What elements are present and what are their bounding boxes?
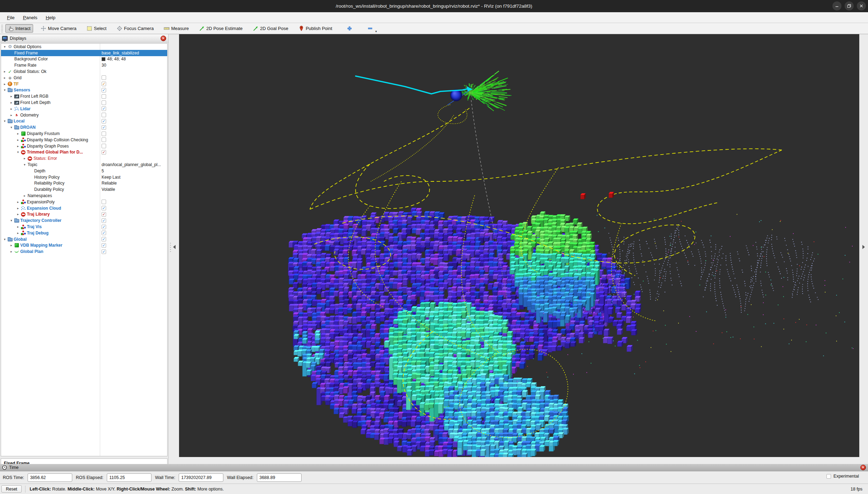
expand-arrow-icon[interactable]: ▾ [22, 163, 27, 166]
ros-time-input[interactable] [28, 473, 72, 482]
tool-2d-pose-estimate[interactable]: 2D Pose Estimate [196, 24, 245, 33]
collapse-arrow-icon[interactable]: ▸ [16, 212, 20, 216]
property-value[interactable]: Volatile [102, 187, 115, 192]
collapse-arrow-icon[interactable]: ▸ [9, 250, 14, 253]
enabled-checkbox[interactable] [102, 94, 106, 99]
collapse-arrow-icon[interactable]: ▸ [16, 207, 20, 210]
menu-item-file[interactable]: File [3, 14, 18, 22]
tool-interact[interactable]: Interact [5, 24, 33, 33]
display-row-tf[interactable]: ▸!TF✓ [1, 81, 167, 87]
wall-elapsed-input[interactable] [257, 473, 302, 482]
time-close-icon[interactable]: ✕ [860, 465, 866, 470]
tool-focus-camera[interactable]: Focus Camera [114, 24, 156, 33]
property-value[interactable]: base_link_stabilized [102, 51, 139, 55]
enabled-checkbox[interactable] [102, 75, 106, 80]
collapse-arrow-icon[interactable]: ▸ [9, 113, 14, 117]
tool-2d-goal-pose[interactable]: 2D Goal Pose [250, 24, 291, 33]
expand-arrow-icon[interactable]: ▾ [2, 88, 7, 92]
property-value[interactable]: 48; 48; 48 [107, 57, 126, 61]
collapse-arrow-icon[interactable]: ▸ [9, 95, 14, 98]
enabled-checkbox[interactable]: ✓ [102, 249, 106, 254]
property-value[interactable]: 5 [102, 169, 104, 173]
collapse-arrow-icon[interactable]: ▸ [22, 194, 27, 197]
display-row-front-left-depth[interactable]: ▸Front Left Depth [1, 99, 167, 106]
expand-arrow-icon[interactable]: ▾ [2, 119, 7, 123]
tool-select[interactable]: Select [84, 24, 109, 33]
collapse-arrow-icon[interactable]: ▸ [16, 144, 20, 148]
time-panel-header[interactable]: Time ✕ [0, 464, 868, 471]
display-row-traj-library[interactable]: ▸Traj Library✓ [1, 211, 167, 218]
enabled-checkbox[interactable]: ✓ [102, 212, 106, 217]
expand-arrow-icon[interactable]: ▾ [2, 238, 7, 241]
display-row-traj-debug[interactable]: ▸Traj Debug✓ [1, 230, 167, 236]
collapse-arrow-icon[interactable]: ▸ [9, 107, 14, 111]
displays-panel-header[interactable]: Displays ✕ [0, 34, 168, 43]
collapse-arrow-icon[interactable]: ▸ [16, 225, 20, 229]
display-row-vdb-mapping-marker[interactable]: ▸VDB Mapping Marker✓ [1, 242, 167, 249]
experimental-checkbox[interactable] [826, 474, 831, 479]
splitter-handle[interactable] [170, 242, 171, 253]
enabled-checkbox[interactable]: ✓ [102, 218, 106, 223]
display-row-status-error[interactable]: ▸Status: Error [1, 155, 167, 162]
display-row-trajectory-controller[interactable]: ▾Trajectory Controller✓ [1, 217, 167, 224]
display-row-expansion-cloud[interactable]: ▸Expansion Cloud✓ [1, 205, 167, 211]
display-row-reliability-policy[interactable]: Reliability PolicyReliable [1, 180, 167, 187]
displays-close-icon[interactable]: ✕ [161, 36, 166, 41]
enabled-checkbox[interactable] [102, 113, 106, 117]
display-row-global-options[interactable]: ▾⚙Global Options [1, 44, 167, 50]
display-row-depth[interactable]: Depth5 [1, 168, 167, 174]
display-row-odometry[interactable]: ▸∧Odometry [1, 112, 167, 118]
enabled-checkbox[interactable]: ✓ [102, 225, 106, 229]
enabled-checkbox[interactable]: ✓ [102, 150, 106, 155]
right-splitter[interactable] [859, 34, 868, 464]
display-row-global-status-ok[interactable]: ▸✓Global Status: Ok [1, 68, 167, 75]
close-window-button[interactable] [857, 1, 866, 10]
collapse-arrow-icon[interactable]: ▸ [16, 231, 20, 235]
display-row-sensors[interactable]: ▾Sensors✓ [1, 87, 167, 93]
property-value[interactable]: 30 [102, 63, 106, 68]
property-value[interactable]: Reliable [102, 181, 117, 186]
enabled-checkbox[interactable]: ✓ [102, 231, 106, 235]
enabled-checkbox[interactable]: ✓ [102, 125, 106, 130]
color-swatch[interactable] [102, 57, 105, 61]
display-row-namespaces[interactable]: ▸Namespaces [1, 193, 167, 199]
enabled-checkbox[interactable] [102, 100, 106, 105]
enabled-checkbox[interactable] [102, 200, 106, 204]
display-row-global[interactable]: ▾Global✓ [1, 236, 167, 242]
collapse-arrow-icon[interactable]: ▸ [16, 138, 20, 142]
display-row-disparity-map-collision-checking[interactable]: ▸Disparity Map Collision Checking [1, 137, 167, 143]
ros-elapsed-input[interactable] [107, 473, 151, 482]
render-canvas[interactable] [179, 34, 859, 457]
display-row-disparity-frustum[interactable]: ▸Disparity Frustum [1, 130, 167, 137]
enabled-checkbox[interactable]: ✓ [102, 119, 106, 123]
display-row-global-plan[interactable]: ▸Global Plan✓ [1, 248, 167, 255]
enabled-checkbox[interactable]: ✓ [102, 106, 106, 111]
menu-item-help[interactable]: Help [42, 14, 59, 22]
display-row-frame-rate[interactable]: Frame Rate30 [1, 62, 167, 68]
display-row-topic[interactable]: ▾Topicdroan/local_planner_global_pl... [1, 162, 167, 168]
restore-button[interactable] [845, 1, 854, 10]
display-row-grid[interactable]: ▸◈Grid [1, 75, 167, 81]
collapse-arrow-icon[interactable]: ▸ [2, 76, 7, 80]
reset-button[interactable]: Reset [1, 485, 22, 493]
collapse-arrow-icon[interactable]: ▸ [22, 157, 27, 160]
display-row-traj-vis[interactable]: ▸Traj Vis✓ [1, 224, 167, 230]
display-row-disparity-graph-poses[interactable]: ▸Disparity Graph Poses [1, 143, 167, 149]
tool-move-camera[interactable]: Move Camera [38, 24, 79, 33]
enabled-checkbox[interactable] [102, 137, 106, 142]
property-value[interactable]: droan/local_planner_global_pl... [102, 162, 161, 167]
collapse-left-icon[interactable] [173, 245, 176, 249]
display-row-durability-policy[interactable]: Durability PolicyVolatile [1, 186, 167, 193]
enabled-checkbox[interactable]: ✓ [102, 88, 106, 92]
display-row-fixed-frame[interactable]: Fixed Framebase_link_stabilized [1, 50, 167, 56]
expand-arrow-icon[interactable]: ▾ [9, 219, 14, 222]
tool-measure[interactable]: Measure [161, 24, 192, 33]
display-row-lidar[interactable]: ▸Lidar✓ [1, 106, 167, 112]
expand-arrow-icon[interactable]: ▾ [16, 150, 20, 154]
collapse-right-icon[interactable] [862, 245, 865, 249]
display-row-background-color[interactable]: Background Color48; 48; 48 [1, 56, 167, 62]
minimize-button[interactable] [832, 1, 841, 10]
display-row-local[interactable]: ▾Local✓ [1, 118, 167, 125]
collapse-arrow-icon[interactable]: ▸ [9, 101, 14, 104]
collapse-arrow-icon[interactable]: ▸ [16, 200, 20, 204]
